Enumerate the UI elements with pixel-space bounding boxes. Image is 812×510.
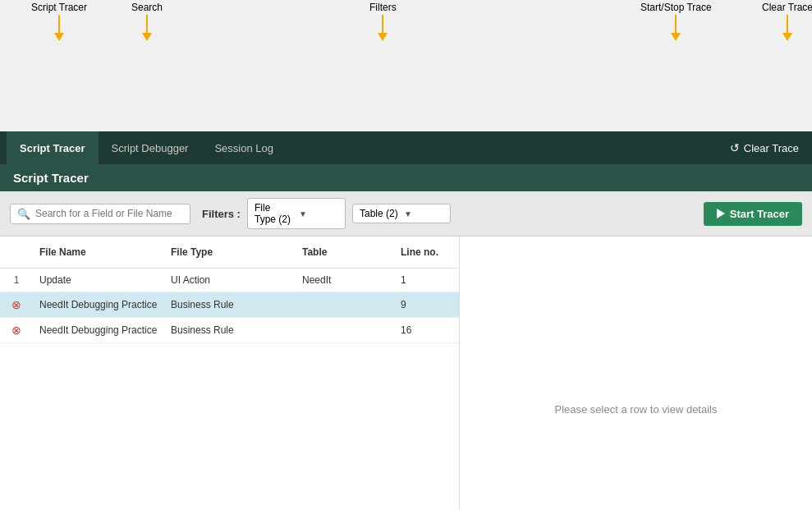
file-type-filter-value: File Type (2) [255,202,294,225]
cell-table [296,324,394,336]
annotation-clear-trace: Clear Trace [762,2,812,13]
cell-table [296,299,394,310]
error-icon: ⊗ [11,324,21,337]
refresh-icon: ↺ [730,141,740,154]
annotation-script-tracer: Script Tracer [31,2,87,13]
cell-file-type: Business Rule [164,293,296,316]
table-row[interactable]: ⊗NeedIt Debugging PracticeBusiness Rule9 [0,292,459,318]
cell-file-name: NeedIt Debugging Practice [33,319,164,342]
cell-line-no: 1 [394,269,459,292]
error-icon: ⊗ [11,298,21,311]
cell-file-name: NeedIt Debugging Practice [33,293,164,316]
chevron-down-icon: ▼ [299,209,338,218]
tab-session-log[interactable]: Session Log [201,131,287,164]
table-panel: File Name File Type Table Line no. 1Upda… [0,237,460,510]
top-nav: Script Tracer Script Debugger Session Lo… [0,131,812,164]
toolbar: 🔍 Filters : File Type (2) ▼ Table (2) ▼ … [0,191,812,237]
filters-label: Filters : [202,208,241,220]
table-filter[interactable]: Table (2) ▼ [352,204,451,223]
tab-script-debugger[interactable]: Script Debugger [99,131,202,164]
col-num [0,243,33,261]
col-file-type: File Type [164,243,296,261]
page-title: Script Tracer [13,171,89,185]
cell-file-type: UI Action [164,269,296,292]
col-line-no: Line no. [394,243,460,261]
row-num: ⊗ [0,318,33,342]
detail-panel: Please select a row to view details [460,237,812,510]
row-num: 1 [0,269,33,292]
play-icon [717,209,725,218]
clear-trace-button[interactable]: ↺ Clear Trace [717,131,812,164]
script-tracer-header: Script Tracer [0,164,812,191]
table-header: File Name File Type Table Line no. [0,237,459,269]
clear-trace-label: Clear Trace [744,142,799,154]
start-tracer-label: Start Tracer [730,208,789,220]
table-row[interactable]: 1UpdateUI ActionNeedIt1 [0,269,459,292]
cell-line-no: 9 [394,293,459,316]
tab-script-tracer[interactable]: Script Tracer [7,131,99,164]
col-file-name: File Name [33,243,164,261]
cell-line-no: 16 [394,319,459,342]
search-input[interactable] [35,208,183,219]
table-row[interactable]: ⊗NeedIt Debugging PracticeBusiness Rule1… [0,318,459,343]
table-body: 1UpdateUI ActionNeedIt1⊗NeedIt Debugging… [0,269,459,343]
content-area: File Name File Type Table Line no. 1Upda… [0,237,812,510]
cell-table: NeedIt [296,269,394,292]
row-num: ⊗ [0,292,33,317]
annotation-search: Search [131,2,163,13]
search-icon: 🔍 [17,208,30,220]
annotation-filters: Filters [369,2,397,13]
chevron-down-icon: ▼ [404,209,443,218]
cell-file-type: Business Rule [164,319,296,342]
file-type-filter[interactable]: File Type (2) ▼ [247,198,346,229]
col-table: Table [296,243,394,261]
cell-file-name: Update [33,269,164,292]
annotation-start-stop: Start/Stop Trace [640,2,712,13]
table-filter-value: Table (2) [360,208,399,219]
detail-placeholder: Please select a row to view details [555,403,718,416]
search-box[interactable]: 🔍 [10,204,190,224]
start-tracer-button[interactable]: Start Tracer [704,202,802,226]
